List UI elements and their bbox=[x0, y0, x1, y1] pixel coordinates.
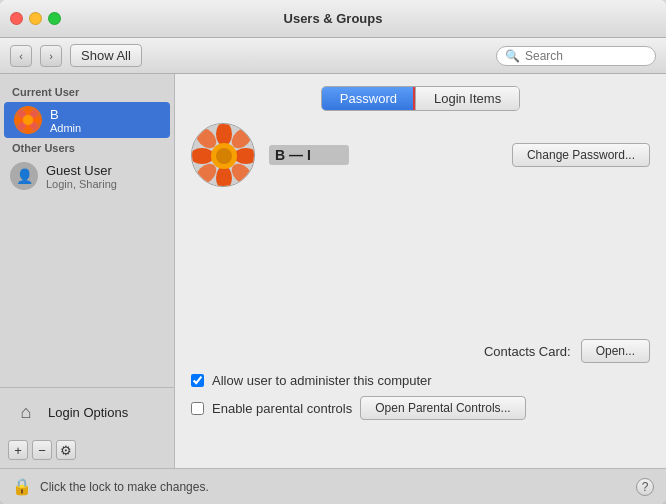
close-button[interactable] bbox=[10, 12, 23, 25]
add-user-button[interactable]: + bbox=[8, 440, 28, 460]
parental-row: Enable parental controls Open Parental C… bbox=[191, 396, 650, 420]
open-contacts-button[interactable]: Open... bbox=[581, 339, 650, 363]
parental-controls-label: Enable parental controls bbox=[212, 401, 352, 416]
current-user-role: Admin bbox=[50, 122, 81, 134]
window: Users & Groups ‹ › Show All 🔍 Current Us… bbox=[0, 0, 666, 504]
content-body: Contacts Card: Open... Allow user to adm… bbox=[191, 199, 650, 456]
main: Current User bbox=[0, 74, 666, 468]
allow-admin-checkbox[interactable] bbox=[191, 374, 204, 387]
back-button[interactable]: ‹ bbox=[10, 45, 32, 67]
guest-info: Guest User Login, Sharing bbox=[46, 163, 117, 190]
gear-button[interactable]: ⚙ bbox=[56, 440, 76, 460]
lock-label: Click the lock to make changes. bbox=[40, 480, 209, 494]
tab-login-items[interactable]: Login Items bbox=[416, 87, 519, 110]
search-input[interactable] bbox=[525, 49, 645, 63]
change-password-button[interactable]: Change Password... bbox=[512, 143, 650, 167]
parental-controls-checkbox[interactable] bbox=[191, 402, 204, 415]
show-all-button[interactable]: Show All bbox=[70, 44, 142, 67]
contacts-label: Contacts Card: bbox=[484, 344, 571, 359]
current-user-label: Current User bbox=[0, 82, 174, 102]
search-box: 🔍 bbox=[496, 46, 656, 66]
contacts-row: Contacts Card: Open... bbox=[191, 339, 650, 363]
house-icon: ⌂ bbox=[12, 398, 40, 426]
maximize-button[interactable] bbox=[48, 12, 61, 25]
tab-bar: Password Login Items bbox=[191, 86, 650, 111]
traffic-lights bbox=[10, 12, 61, 25]
sidebar-bottom: ⌂ Login Options bbox=[0, 387, 174, 436]
svg-point-9 bbox=[23, 115, 33, 125]
content-panel: Password Login Items bbox=[175, 74, 666, 468]
other-users-label: Other Users bbox=[0, 138, 174, 158]
lock-icon[interactable]: 🔒 bbox=[12, 477, 32, 497]
user-avatar bbox=[191, 123, 255, 187]
bottom-bar: 🔒 Click the lock to make changes. ? bbox=[0, 468, 666, 504]
window-title: Users & Groups bbox=[284, 11, 383, 26]
guest-sub: Login, Sharing bbox=[46, 178, 117, 190]
guest-name: Guest User bbox=[46, 163, 117, 178]
login-options-item[interactable]: ⌂ Login Options bbox=[10, 394, 164, 430]
titlebar: Users & Groups bbox=[0, 0, 666, 38]
help-button[interactable]: ? bbox=[636, 478, 654, 496]
forward-button[interactable]: › bbox=[40, 45, 62, 67]
sidebar-controls: + − ⚙ bbox=[0, 436, 174, 468]
svg-point-20 bbox=[216, 148, 232, 164]
toolbar: ‹ › Show All 🔍 bbox=[0, 38, 666, 74]
remove-user-button[interactable]: − bbox=[32, 440, 52, 460]
guest-avatar: 👤 bbox=[10, 162, 38, 190]
user-name-area: B — I bbox=[269, 145, 349, 165]
current-user-info: B Admin bbox=[50, 107, 81, 134]
minimize-button[interactable] bbox=[29, 12, 42, 25]
search-icon: 🔍 bbox=[505, 49, 520, 63]
user-name: B — I bbox=[269, 145, 349, 165]
avatar bbox=[14, 106, 42, 134]
login-options-label: Login Options bbox=[48, 405, 128, 420]
current-user-name: B bbox=[50, 107, 81, 122]
user-header: B — I Change Password... bbox=[191, 123, 650, 187]
tab-password[interactable]: Password bbox=[322, 87, 416, 110]
allow-admin-label: Allow user to administer this computer bbox=[212, 373, 432, 388]
allow-admin-row: Allow user to administer this computer bbox=[191, 373, 650, 388]
sidebar: Current User bbox=[0, 74, 175, 468]
open-parental-button[interactable]: Open Parental Controls... bbox=[360, 396, 525, 420]
tab-group: Password Login Items bbox=[321, 86, 520, 111]
sidebar-item-guest[interactable]: 👤 Guest User Login, Sharing bbox=[0, 158, 174, 194]
sidebar-item-current-user[interactable]: B Admin bbox=[4, 102, 170, 138]
